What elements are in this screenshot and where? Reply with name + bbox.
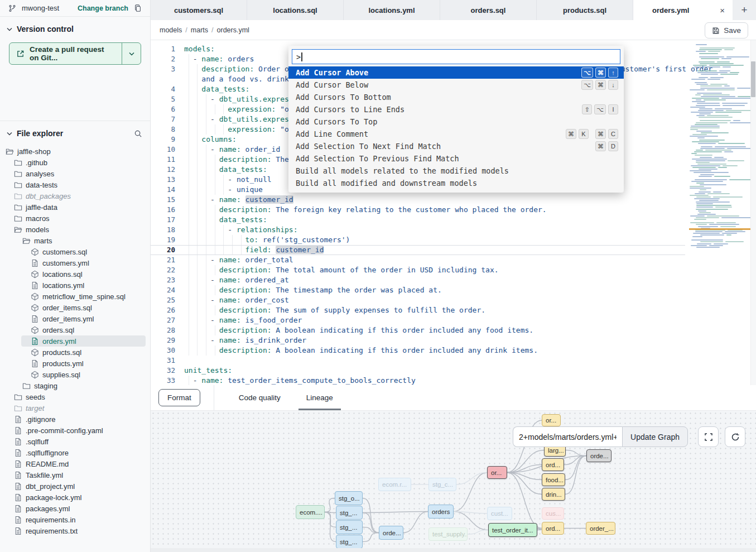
tab-orders.yml[interactable]: orders.yml× [633,0,733,20]
lineage-scroll-strip[interactable] [151,548,756,552]
tree-item-README.md[interactable]: README.md [0,458,150,469]
tree-item-jaffle-shop[interactable]: jaffle-shop [0,146,150,157]
tree-item-target[interactable]: target [0,402,150,414]
tab-customers.sql[interactable]: customers.sql [151,0,247,20]
tree-item-supplies.sql[interactable]: supplies.sql [0,369,150,380]
search-icon[interactable] [132,128,143,139]
tree-item-products.sql[interactable]: products.sql [0,347,150,358]
tree-item-requirements.txt[interactable]: requirements.txt [0,525,150,536]
lineage-node-ordy1[interactable]: ord... [542,458,564,471]
create-pr-button[interactable]: Create a pull request on Git... [9,42,141,65]
file-explorer-header[interactable]: File explorer [0,121,150,142]
create-pr-dropdown[interactable] [122,43,141,64]
palette-item-add-line-comment[interactable]: Add Line Comment⌘K⌘C [288,128,624,140]
palette-item-add-cursors-to-top[interactable]: Add Cursors To Top [288,116,624,128]
tree-item-package-lock.yml[interactable]: package-lock.yml [0,492,150,503]
tree-item-order-items.sql[interactable]: order_items.sql [0,302,150,313]
tree-item-locations.sql[interactable]: locations.sql [0,268,150,280]
refresh-button[interactable] [725,426,745,447]
lineage-node-ordeb[interactable]: orde... [379,526,403,540]
lineage-node-testoi[interactable]: test_order_it... [488,523,537,537]
palette-item-add-selection-to-previous-find-match[interactable]: Add Selection To Previous Find Match [288,152,624,165]
breadcrumb-file[interactable]: orders.yml [217,26,249,34]
line-number: 27 [151,315,175,325]
lineage-node-stg2[interactable]: stg_... [336,520,363,534]
tree-item-data-tests[interactable]: data-tests [0,179,150,190]
change-branch-link[interactable]: Change branch [78,4,128,12]
palette-item-add-cursors-to-line-ends[interactable]: Add Cursors to Line Ends⇧⌥I [288,103,624,116]
format-button[interactable]: Format [158,389,200,406]
line-number: 13 [151,175,175,185]
lineage-node-stg3[interactable]: stg_... [336,535,363,549]
palette-item-add-selection-to-next-find-match[interactable]: Add Selection To Next Find Match⌘D [288,140,624,152]
tree-item-products.yml[interactable]: products.yml [0,358,150,369]
palette-item-build-all-models-related-to-the-modified-models[interactable]: Build all models related to the modified… [288,165,624,177]
lineage-node-stgc[interactable]: stg_c... [428,478,456,491]
lineage-node-orp[interactable]: or... [487,466,507,479]
tree-item-orders.sql[interactable]: orders.sql [0,324,150,335]
lineage-node-ecomr[interactable]: ecom.r... [378,478,411,491]
save-button[interactable]: Save [705,22,748,39]
version-control-header[interactable]: Version control [0,17,150,37]
close-tab-icon[interactable]: × [720,6,725,15]
tree-item-analyses[interactable]: analyses [0,168,150,179]
tree-item-metricflow-time-spine.sql[interactable]: metricflow_time_spine.sql [0,291,150,302]
tree-item-models[interactable]: models [0,224,150,235]
tree-item-dbt-packages[interactable]: dbt_packages [0,190,150,201]
tab-locations.yml[interactable]: locations.yml [344,0,440,20]
lineage-selector-input[interactable] [513,426,622,447]
tree-item-locations.yml[interactable]: locations.yml [0,280,150,291]
palette-item-add-cursors-to-bottom[interactable]: Add Cursors To Bottom [288,91,624,103]
fullscreen-button[interactable] [698,426,719,447]
tree-item-orders.yml[interactable]: orders.yml [21,335,146,347]
tree-item-.github[interactable]: .github [0,157,150,168]
lineage-node-ecom[interactable]: ecom.... [296,505,325,519]
lineage-node-ordery[interactable]: order_... [586,522,615,535]
tree-item-jaffle-data[interactable]: jaffle-data [0,201,150,213]
command-palette-input[interactable]: > [292,49,620,64]
palette-item-build-all-modified-and-downstream-models[interactable]: Build all modified and downstream models [288,177,624,189]
tab-orders.sql[interactable]: orders.sql [440,0,537,20]
scrollbar-thumb[interactable] [751,61,755,97]
lineage-node-drin[interactable]: drin... [542,488,565,501]
lineage-node-ordy2[interactable]: ord... [542,522,564,535]
lineage-node-tsupf[interactable]: test_supply... [428,527,468,541]
tree-item-order-items.yml[interactable]: order_items.yml [0,313,150,324]
lineage-node-ordeg[interactable]: orde... [586,449,611,462]
tree-item-customers.yml[interactable]: customers.yml [0,257,150,268]
tab-code-quality[interactable]: Code quality [229,385,291,410]
tree-item-Taskfile.yml[interactable]: Taskfile.yml [0,469,150,481]
code-editor[interactable]: 1models:2 - name: orders3 description: O… [151,40,756,385]
tab-lineage[interactable]: Lineage [296,385,343,410]
lineage-node-cusf[interactable]: cus... [542,507,564,520]
update-graph-button[interactable]: Update Graph [622,426,688,447]
tree-item-marts[interactable]: marts [0,235,150,246]
tree-item-requirements.in[interactable]: requirements.in [0,514,150,525]
lineage-node-stgo[interactable]: stg_o... [335,491,363,505]
lineage-node-ory[interactable]: or... [542,414,561,426]
tree-item-customers.sql[interactable]: customers.sql [0,246,150,257]
tree-item-dbt-project.yml[interactable]: dbt_project.yml [0,481,150,492]
lineage-node-custf[interactable]: cust... [487,507,512,520]
tree-item-.sqlfluffignore[interactable]: .sqlfluffignore [0,447,150,458]
breadcrumb-models[interactable]: models [160,26,182,34]
palette-item-add-cursor-above[interactable]: Add Cursor Above⌥⌘↑ [288,66,624,79]
copy-branch-icon[interactable] [132,3,143,14]
minimap[interactable] [689,44,750,252]
tab-products.sql[interactable]: products.sql [537,0,633,20]
lineage-node-food[interactable]: food... [542,473,565,486]
palette-item-add-cursor-below[interactable]: Add Cursor Below⌥⌘↓ [288,79,624,91]
tree-item-staging[interactable]: staging [0,380,150,391]
tree-item-macros[interactable]: macros [0,213,150,224]
tree-item-seeds[interactable]: seeds [0,391,150,402]
editor-scrollbar[interactable] [750,40,756,385]
lineage-node-stg1[interactable]: stg_... [336,506,363,520]
tree-item-.sqlfluff[interactable]: .sqlfluff [0,436,150,447]
tab-locations.sql[interactable]: locations.sql [247,0,344,20]
breadcrumb-marts[interactable]: marts [191,26,208,34]
tree-item-packages.yml[interactable]: packages.yml [0,503,150,514]
lineage-node-orders[interactable]: orders [428,505,454,519]
tree-item-.pre-commit-config.yaml[interactable]: .pre-commit-config.yaml [0,425,150,436]
new-tab-button[interactable]: + [733,0,756,20]
tree-item-.gitignore[interactable]: .gitignore [0,414,150,425]
